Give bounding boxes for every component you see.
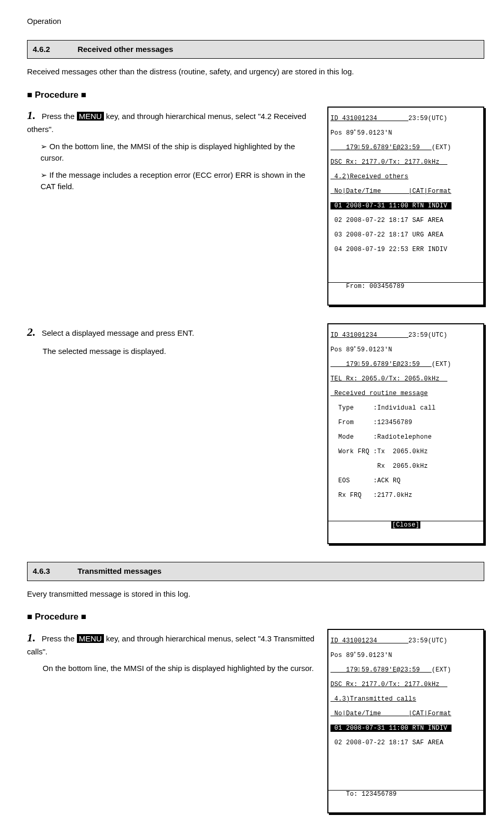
step-462-2-sub: The selected message is displayed. [43,346,318,358]
step-text: Press the [42,112,77,121]
section-header-462: 4.6.2 Received other messages [27,40,484,59]
list-item[interactable]: 02 2008-07-22 18:17 SAF AREA [328,739,483,746]
sub-text: On the bottom line, the MMSI of the ship… [41,142,295,163]
section-number: 4.6.2 [33,44,75,56]
close-button[interactable]: [Close] [391,521,421,529]
procedure-title: ■ Procedure ■ [27,610,484,624]
step-462-1: 1. Press the MENU key, and through hiera… [27,107,318,136]
section-header-463: 4.6.3 Transmitted messages [27,562,484,581]
section-number: 4.6.3 [33,565,75,577]
list-item[interactable]: 04 2008-07-19 22:53 ERR INDIV [328,246,483,253]
list-item[interactable]: 02 2008-07-22 18:17 SAF AREA [328,217,483,224]
chevron-right-icon: ➢ [41,170,47,179]
lcd-screen-received-detail: ID 431001234 23:59(UTC) Pos 89ﾟ59.0123'N… [327,323,484,544]
step-463-1: 1. Press the MENU key, and through hiera… [27,629,318,658]
lcd-screen-transmitted-list: ID 431001234 23:59(UTC) Pos 89ﾟ59.0123'N… [327,629,484,813]
lcd-footer: To: 123456789 [328,790,483,798]
step-number-icon: 1. [27,629,39,646]
step-462-2: 2. Select a displayed message and press … [27,323,318,340]
sub-text: If the message includes a reception erro… [41,170,306,191]
step-number-icon: 1. [27,107,39,124]
step-text: Press the [42,634,77,643]
intro-462: Received messages other than the distres… [27,66,484,78]
section-title: Transmitted messages [77,567,162,575]
selected-row[interactable]: 01 2008-07-31 11:00 RTN INDIV [330,202,452,209]
section-title: Received other messages [77,45,173,54]
chevron-right-icon: ➢ [41,142,47,151]
lcd-footer: From: 003456789 [328,282,483,290]
menu-key: MENU [77,634,104,643]
step-462-1-sub1: ➢On the bottom line, the MMSI of the shi… [41,141,318,164]
selected-row[interactable]: 01 2008-07-31 11:00 RTN INDIV [330,725,452,732]
step-463-1-sub: On the bottom line, the MMSI of the ship… [43,663,318,675]
lcd-screen-received-list: ID 431001234 23:59(UTC) Pos 89ﾟ59.0123'N… [327,107,484,306]
menu-key: MENU [77,112,104,121]
step-text: Select a displayed message and press ENT… [42,328,194,337]
step-number-icon: 2. [27,323,39,340]
intro-463: Every transmitted message is stored in t… [27,588,484,600]
list-item[interactable]: 03 2008-07-22 18:17 URG AREA [328,231,483,239]
procedure-title: ■ Procedure ■ [27,88,484,102]
step-462-1-sub2: ➢If the message includes a reception err… [41,169,318,193]
page-header: Operation [27,16,484,28]
